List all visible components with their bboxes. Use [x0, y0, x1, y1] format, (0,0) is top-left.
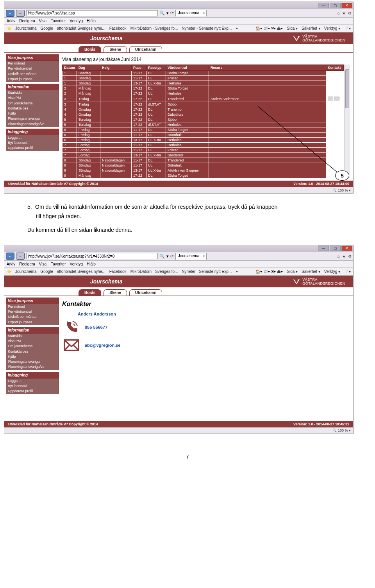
location-tab[interactable]: Borås	[79, 46, 101, 52]
sidebar-item[interactable]: Utskrift per månad	[6, 72, 59, 77]
toolbar-menu[interactable]: Säkerhet ▾	[302, 26, 320, 30]
sidebar-item[interactable]: Planeringsansvariga/vc	[6, 364, 59, 369]
sidebar-item[interactable]: Logga ut	[6, 378, 59, 384]
sidebar-item[interactable]: Byt lösenord	[6, 384, 59, 389]
toolbar-icons[interactable]: 🏠▾ 📰▾ ✉▾ 🖶▾	[255, 26, 283, 30]
nav-back[interactable]: ←	[6, 10, 14, 17]
menu-item[interactable]: Hjälp	[87, 19, 96, 23]
sidebar-item[interactable]: Planeringsansvariga	[6, 359, 59, 364]
zoom-level[interactable]: 🔍 100 % ▾	[332, 188, 351, 192]
toolbar-menu[interactable]: Sida ▾	[287, 269, 298, 274]
nav-back[interactable]: ←	[6, 253, 14, 260]
sidebar-item[interactable]: Uppdatera profil	[6, 389, 59, 394]
sidebar-item[interactable]: Hjälp	[6, 111, 59, 116]
toolbar-menu[interactable]: ❔▾	[344, 269, 351, 274]
menu-item[interactable]: Redigera	[19, 19, 35, 23]
menu-item[interactable]: Verktyg	[70, 19, 83, 23]
fav-link[interactable]: Facebook	[109, 269, 127, 274]
sidebar-item[interactable]: Kontakta oss	[6, 106, 59, 111]
sidebar-item[interactable]: Planeringsansvariga	[6, 116, 59, 121]
sidebar-item[interactable]: Per månad	[6, 61, 59, 66]
fav-link[interactable]: Jourschema	[15, 269, 36, 274]
sidebar-item[interactable]: Om jourschema	[6, 344, 59, 349]
sidebar-item[interactable]: Startsida	[6, 333, 59, 339]
contact-cell[interactable]	[326, 96, 344, 102]
sidebar-item[interactable]: Planeringsansvariga/vc	[6, 122, 59, 127]
window-minimize[interactable]: —	[318, 246, 329, 251]
menu-item[interactable]: Visa	[39, 262, 46, 266]
sidebar-item[interactable]: Export jourpass	[6, 320, 59, 325]
sidebar-item[interactable]: Startsida	[6, 90, 59, 95]
window-maximize[interactable]: ▢	[330, 246, 341, 251]
window-close[interactable]: ✕	[341, 3, 352, 8]
location-tab[interactable]: Skene	[104, 289, 127, 296]
url-input[interactable]: http://www.jcv7.se/Kontakter.asp?Nr1=433…	[26, 253, 158, 259]
fav-link[interactable]: Nyheter - Senaste nytt Exp...	[182, 26, 232, 30]
fav-link[interactable]: Google	[40, 26, 53, 30]
menu-item[interactable]: Redigera	[19, 262, 35, 266]
favorites-icon[interactable]: ★	[342, 11, 346, 15]
sidebar-item[interactable]: Uppdatera profil	[6, 145, 59, 151]
toolbar-menu[interactable]: Sida ▾	[287, 26, 298, 30]
menu-item[interactable]: Visa	[39, 19, 46, 23]
home-icon[interactable]: ⌂	[338, 254, 340, 258]
window-close[interactable]: ✕	[341, 246, 352, 251]
zoom-level[interactable]: 🔍 100 % ▾	[332, 428, 351, 432]
refresh-icon[interactable]: ⟳	[170, 11, 174, 16]
menu-item[interactable]: Favoriter	[50, 262, 66, 266]
sidebar-item[interactable]: Visa PM	[6, 339, 59, 344]
scrollbar[interactable]	[344, 65, 350, 178]
sidebar-item[interactable]: Hjälp	[6, 354, 59, 359]
favorites-icon[interactable]: ★	[342, 254, 346, 258]
browser-tab[interactable]: Jourschema ×	[175, 10, 207, 16]
nav-forward[interactable]: →	[16, 10, 25, 17]
menu-item[interactable]: Verktyg	[70, 262, 83, 266]
location-tab[interactable]: Ulricehamn	[129, 46, 162, 52]
fav-star-icon[interactable]: ⭐	[7, 26, 11, 30]
tab-close-icon[interactable]: ×	[203, 254, 205, 258]
sidebar-item[interactable]: Utskrift per månad	[6, 314, 59, 319]
search-icon[interactable]: 🔍	[159, 254, 165, 259]
toolbar-menu[interactable]: Verktyg ▾	[324, 269, 340, 274]
toolbar-menu[interactable]: Verktyg ▾	[324, 26, 340, 30]
sidebar-item[interactable]: Logga ut	[6, 135, 59, 140]
window-maximize[interactable]: ▢	[330, 3, 341, 8]
mail-mini-icon[interactable]	[334, 97, 339, 100]
sidebar-item[interactable]: Per vårdcentral	[6, 309, 59, 314]
fav-link[interactable]: aftonbladet Sveriges nyhe...	[57, 26, 105, 30]
scroll-thumb[interactable]	[345, 69, 349, 108]
settings-icon[interactable]: ⚙	[348, 11, 352, 15]
refresh-icon[interactable]: ⟳	[170, 254, 174, 259]
phone-mini-icon[interactable]	[328, 97, 333, 100]
fav-link[interactable]: Facebook	[109, 26, 127, 30]
location-tab[interactable]: Ulricehamn	[129, 289, 162, 296]
menu-item[interactable]: Hjälp	[87, 262, 96, 266]
tab-close-icon[interactable]: ×	[203, 11, 205, 15]
search-icon[interactable]: 🔍	[159, 11, 165, 16]
home-icon[interactable]: ⌂	[338, 11, 340, 15]
toolbar-menu[interactable]: ❔▾	[344, 26, 351, 30]
browser-tab[interactable]: Jourschema ×	[175, 253, 207, 260]
sidebar-item[interactable]: Per vårdcentral	[6, 66, 59, 71]
location-tab[interactable]: Borås	[79, 289, 101, 296]
fav-link[interactable]: Google	[40, 269, 53, 274]
nav-forward[interactable]: →	[16, 253, 25, 260]
fav-link[interactable]: aftonbladet Sveriges nyhe...	[57, 269, 105, 274]
fav-link[interactable]: MikroDatorn - Sveriges fo...	[130, 26, 178, 30]
fav-link[interactable]: Nyheter - Senaste nytt Exp...	[182, 269, 232, 274]
window-minimize[interactable]: —	[318, 3, 329, 8]
menu-item[interactable]: Arkiv	[7, 262, 15, 266]
toolbar-menu[interactable]: Säkerhet ▾	[302, 269, 320, 274]
fav-link[interactable]: Jourschema	[15, 26, 36, 30]
settings-icon[interactable]: ⚙	[348, 254, 352, 258]
sidebar-item[interactable]: Visa PM	[6, 95, 59, 100]
sidebar-item[interactable]: Om jourschema	[6, 101, 59, 106]
sidebar-item[interactable]: Per månad	[6, 304, 59, 309]
menu-item[interactable]: Arkiv	[7, 19, 15, 23]
fav-link[interactable]: MikroDatorn - Sveriges fo...	[130, 269, 178, 274]
sidebar-item[interactable]: Kontakta oss	[6, 349, 59, 354]
fav-star-icon[interactable]: ⭐	[7, 269, 11, 274]
url-input[interactable]: http://www.jcv7.se/visa.asp	[26, 10, 158, 16]
sidebar-item[interactable]: Export jourpass	[6, 77, 59, 82]
location-tab[interactable]: Skene	[104, 46, 127, 52]
